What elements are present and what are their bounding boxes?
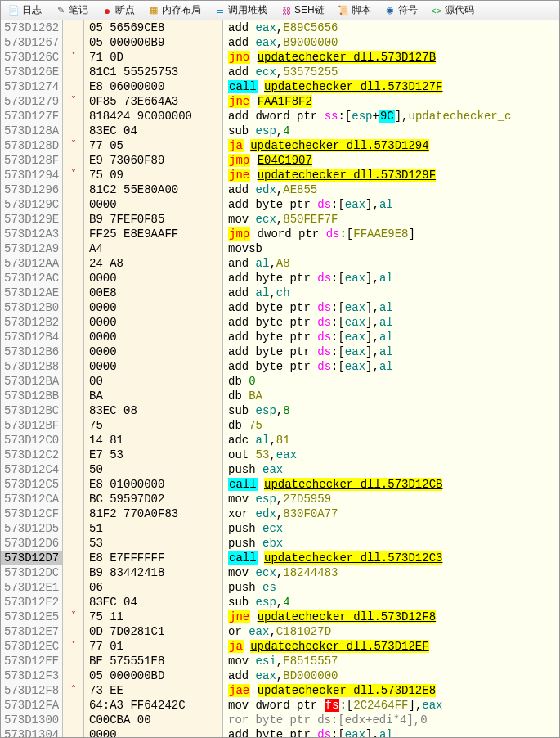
address-cell: 573D12D5 bbox=[1, 521, 63, 536]
disasm-row[interactable]: 573D12A3FF25 E8E9AAFFjmp dword ptr ds:[F… bbox=[1, 227, 559, 241]
jump-arrow-gutter bbox=[63, 521, 84, 536]
address-cell: 573D12F8 bbox=[1, 683, 63, 698]
disasm-row[interactable]: 573D12B20000add byte ptr ds:[eax],al bbox=[1, 315, 559, 330]
tab-notes[interactable]: ✎笔记 bbox=[49, 1, 94, 20]
disasm-row[interactable]: 573D12C2E7 53out 53,eax bbox=[1, 448, 559, 462]
tab-log[interactable]: 📄日志 bbox=[2, 1, 47, 20]
disasm-row[interactable]: 573D12D551push ecx bbox=[1, 521, 559, 536]
disasm-row[interactable]: 573D12C450push eax bbox=[1, 462, 559, 477]
disasm-row[interactable]: 573D12E283EC 04sub esp,4 bbox=[1, 595, 559, 610]
disasm-row[interactable]: 573D12E5˅75 11jne updatechecker_dll.573D… bbox=[1, 610, 559, 624]
jump-arrow-gutter bbox=[63, 727, 84, 738]
disasm-cell: call updatechecker_dll.573D12C3 bbox=[223, 551, 559, 565]
bytes-cell: 14 81 bbox=[84, 433, 223, 448]
bytes-cell: 05 56569CE8 bbox=[84, 20, 223, 35]
disasm-row[interactable]: 573D12DCB9 83442418mov ecx,18244483 bbox=[1, 565, 559, 580]
disasm-row[interactable]: 573D12D7E8 E7FFFFFFcall updatechecker_dl… bbox=[1, 551, 559, 565]
tab-script[interactable]: 📜脚本 bbox=[332, 1, 377, 20]
disasm-row[interactable]: 573D12D653push ebx bbox=[1, 536, 559, 551]
disasm-row[interactable]: 573D12E70D 7D0281C1or eax,C181027D bbox=[1, 624, 559, 639]
jump-arrow-gutter bbox=[63, 35, 84, 50]
disasm-row[interactable]: 573D12BBBAdb BA bbox=[1, 389, 559, 403]
jump-arrow-gutter bbox=[63, 713, 84, 727]
disasm-row[interactable]: 573D12E106push es bbox=[1, 580, 559, 595]
tab-callstack[interactable]: ☰调用堆栈 bbox=[208, 1, 273, 20]
bytes-cell: 00 bbox=[84, 374, 223, 389]
disasm-row[interactable]: 573D12AA24 A8and al,A8 bbox=[1, 256, 559, 271]
disasm-row[interactable]: 573D12AC0000add byte ptr ds:[eax],al bbox=[1, 271, 559, 286]
jump-arrow-gutter bbox=[63, 315, 84, 330]
disasm-row[interactable]: 573D12C5E8 01000000call updatechecker_dl… bbox=[1, 477, 559, 492]
disasm-cell: add byte ptr ds:[eax],al bbox=[223, 197, 559, 212]
disasm-row[interactable]: 573D12EEBE 575551E8mov esi,E8515557 bbox=[1, 654, 559, 668]
jump-arrow-gutter bbox=[63, 241, 84, 256]
disassembly-view[interactable]: 573D126205 56569CE8add eax,E89C5656573D1… bbox=[1, 20, 559, 738]
disasm-cell: movsb bbox=[223, 241, 559, 256]
disasm-row[interactable]: 573D1274E8 06000000call updatechecker_dl… bbox=[1, 79, 559, 94]
tab-breakpoints[interactable]: ●断点 bbox=[96, 1, 141, 20]
tab-symbols[interactable]: ◉符号 bbox=[379, 1, 423, 20]
tab-label: 调用堆栈 bbox=[228, 3, 267, 17]
disasm-row[interactable]: 573D12F305 000000BDadd eax,BD000000 bbox=[1, 668, 559, 683]
memmap-icon: ▦ bbox=[148, 5, 159, 16]
tab-label: 断点 bbox=[115, 3, 135, 17]
disasm-row[interactable]: 573D12B00000add byte ptr ds:[eax],al bbox=[1, 300, 559, 315]
disasm-row[interactable]: 573D12CF81F2 770A0F83xor edx,830F0A77 bbox=[1, 506, 559, 521]
disasm-row[interactable]: 573D1279˅0F85 73E664A3jne FAA1F8F2 bbox=[1, 94, 559, 109]
disasm-row[interactable]: 573D12BA00db 0 bbox=[1, 374, 559, 389]
address-cell: 573D128D bbox=[1, 138, 63, 153]
disasm-row[interactable]: 573D12EC˅77 01ja updatechecker_dll.573D1… bbox=[1, 639, 559, 654]
bytes-cell: 51 bbox=[84, 521, 223, 536]
address-cell: 573D12EE bbox=[1, 654, 63, 668]
disasm-row[interactable]: 573D128D˅77 05ja updatechecker_dll.573D1… bbox=[1, 138, 559, 153]
disasm-cell: out 53,eax bbox=[223, 448, 559, 462]
disasm-row[interactable]: 573D12B60000add byte ptr ds:[eax],al bbox=[1, 344, 559, 359]
disasm-row[interactable]: 573D12B40000add byte ptr ds:[eax],al bbox=[1, 330, 559, 344]
disasm-row[interactable]: 573D129681C2 55E80A00add edx,AE855 bbox=[1, 182, 559, 197]
disasm-row[interactable]: 573D126205 56569CE8add eax,E89C5656 bbox=[1, 20, 559, 35]
disasm-row[interactable]: 573D12A9A4movsb bbox=[1, 241, 559, 256]
address-cell: 573D12EC bbox=[1, 639, 63, 654]
disasm-row[interactable]: 573D126705 000000B9add eax,B9000000 bbox=[1, 35, 559, 50]
disasm-row[interactable]: 573D12B80000add byte ptr ds:[eax],al bbox=[1, 359, 559, 374]
tab-source[interactable]: <>源代码 bbox=[425, 1, 480, 20]
bytes-cell: B9 83442418 bbox=[84, 565, 223, 580]
disasm-row[interactable]: 573D128FE9 73060F89jmp E04C1907 bbox=[1, 153, 559, 168]
jump-arrow-gutter bbox=[63, 20, 84, 35]
disasm-row[interactable]: 573D128A83EC 04sub esp,4 bbox=[1, 124, 559, 138]
bytes-cell: BC 59597D02 bbox=[84, 492, 223, 506]
bytes-cell: 75 11 bbox=[84, 610, 223, 624]
disasm-row[interactable]: 573D12FA64:A3 FF64242Cmov dword ptr fs:[… bbox=[1, 698, 559, 713]
disasm-row[interactable]: 573D129EB9 7FEF0F85mov ecx,850FEF7F bbox=[1, 212, 559, 227]
breakpoints-icon: ● bbox=[101, 5, 113, 16]
jump-arrow-gutter bbox=[63, 344, 84, 359]
disasm-row[interactable]: 573D13040000add byte ptr ds:[eax],al bbox=[1, 727, 559, 738]
address-cell: 573D12E2 bbox=[1, 595, 63, 610]
disasm-row[interactable]: 573D12CABC 59597D02mov esp,27D5959 bbox=[1, 492, 559, 506]
disasm-cell: sub esp,4 bbox=[223, 124, 559, 138]
disasm-row[interactable]: 573D1300C00CBA 00ror byte ptr ds:[edx+ed… bbox=[1, 713, 559, 727]
disasm-row[interactable]: 573D129C0000add byte ptr ds:[eax],al bbox=[1, 197, 559, 212]
disasm-row[interactable]: 573D12F8˄73 EEjae updatechecker_dll.573D… bbox=[1, 683, 559, 698]
tab-memmap[interactable]: ▦内存布局 bbox=[142, 1, 207, 20]
disasm-row[interactable]: 573D12AE00E8add al,ch bbox=[1, 286, 559, 300]
tab-seh[interactable]: ⛓SEH链 bbox=[275, 1, 330, 20]
address-cell: 573D1300 bbox=[1, 713, 63, 727]
bytes-cell: 05 000000BD bbox=[84, 668, 223, 683]
disasm-row[interactable]: 573D12C014 81adc al,81 bbox=[1, 433, 559, 448]
disasm-row[interactable]: 573D127F818424 9C000000add dword ptr ss:… bbox=[1, 109, 559, 124]
disasm-row[interactable]: 573D126E81C1 55525753add ecx,53575255 bbox=[1, 65, 559, 79]
address-cell: 573D12AC bbox=[1, 271, 63, 286]
address-cell: 573D12AE bbox=[1, 286, 63, 300]
disasm-cell: call updatechecker_dll.573D12CB bbox=[223, 477, 559, 492]
bytes-cell: 0000 bbox=[84, 727, 223, 738]
address-cell: 573D12C5 bbox=[1, 477, 63, 492]
disasm-row[interactable]: 573D12BC83EC 08sub esp,8 bbox=[1, 403, 559, 418]
disasm-row[interactable]: 573D1294˅75 09jne updatechecker_dll.573D… bbox=[1, 168, 559, 182]
disasm-cell: add eax,B9000000 bbox=[223, 35, 559, 50]
address-cell: 573D1294 bbox=[1, 168, 63, 182]
disasm-row[interactable]: 573D12BF75db 75 bbox=[1, 418, 559, 433]
jump-arrow-gutter bbox=[63, 79, 84, 94]
address-cell: 573D129C bbox=[1, 197, 63, 212]
disasm-row[interactable]: 573D126C˅71 0Djno updatechecker_dll.573D… bbox=[1, 50, 559, 65]
